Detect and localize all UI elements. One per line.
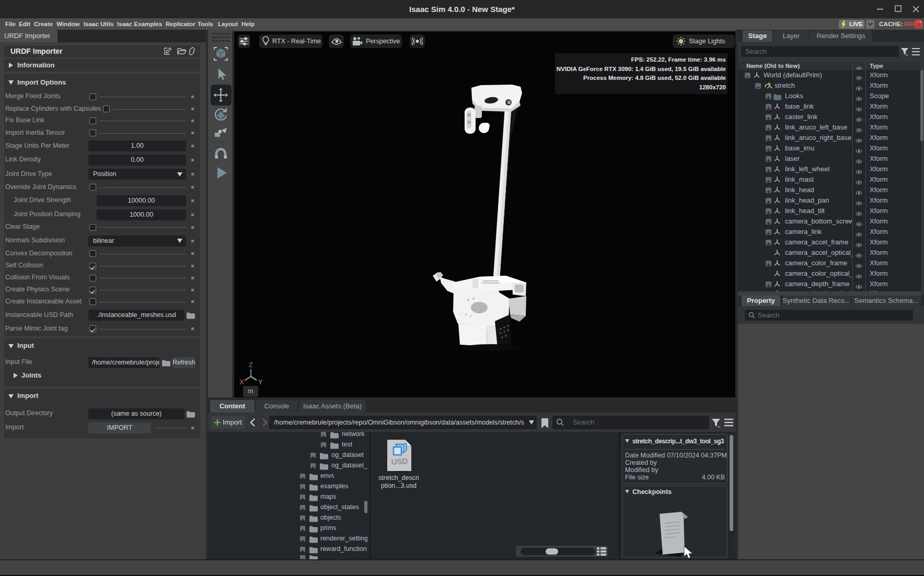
svg-text:X: X <box>239 378 244 386</box>
svg-text:Y: Y <box>258 378 263 386</box>
svg-text:USD: USD <box>391 456 408 466</box>
svg-text:Z: Z <box>249 361 253 369</box>
